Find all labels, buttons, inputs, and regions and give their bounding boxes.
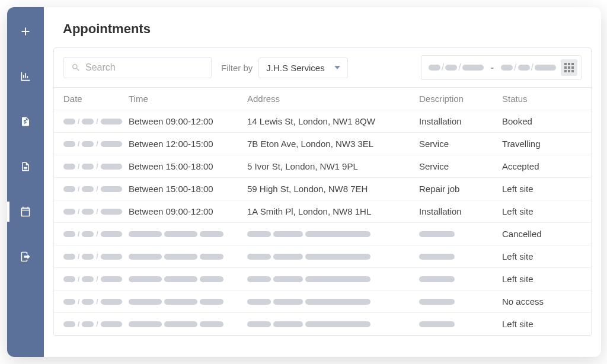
table-row[interactable]: //Between 15:00-18:005 Ivor St, London, …	[54, 155, 591, 178]
cell-time: Between 09:00-12:00	[129, 206, 247, 216]
table-row[interactable]: //Between 15:00-18:0059 High St, London,…	[54, 178, 591, 200]
sidebar-item-analytics[interactable]	[7, 63, 44, 90]
cell-status: No access	[502, 296, 573, 306]
redacted-cell	[419, 321, 502, 327]
redacted-cell	[419, 299, 502, 305]
date-placeholder: //	[63, 162, 129, 171]
search-input[interactable]	[85, 62, 204, 73]
col-date: Date	[63, 94, 129, 104]
sidebar-item-logout[interactable]	[7, 243, 44, 270]
table-row[interactable]: //Between 12:00-15:007B Eton Ave, London…	[54, 133, 591, 155]
sidebar-item-add[interactable]	[7, 18, 44, 45]
date-placeholder: //	[63, 298, 129, 306]
redacted-cell	[419, 276, 502, 282]
redacted-cell	[129, 299, 247, 305]
cell-description: Repair job	[419, 184, 502, 194]
table-row[interactable]: // Left site	[54, 268, 591, 290]
cell-address: 14 Lewis St, London, NW1 8QW	[247, 116, 419, 126]
date-to-placeholder: //	[501, 62, 556, 73]
document-icon	[20, 161, 31, 173]
date-placeholder: //	[63, 230, 129, 238]
cell-time: Between 12:00-15:00	[129, 139, 247, 149]
redacted-cell	[247, 321, 419, 327]
cell-description: Installation	[419, 116, 502, 126]
sidebar-item-document[interactable]	[7, 153, 44, 180]
cell-address: 5 Ivor St, London, NW1 9PL	[247, 161, 419, 171]
table-row[interactable]: //Between 09:00-12:0014 Lewis St, London…	[54, 110, 591, 133]
col-status: Status	[502, 94, 573, 104]
cell-status: Accepted	[502, 161, 573, 171]
sidebar-item-calendar[interactable]	[7, 198, 44, 225]
table-row[interactable]: // No access	[54, 290, 591, 313]
date-placeholder: //	[63, 140, 129, 148]
date-range-separator: -	[491, 62, 494, 73]
redacted-cell	[247, 231, 419, 237]
filter-value: J.H.S Services	[266, 63, 324, 73]
date-placeholder: //	[63, 185, 129, 193]
calendar-grid-button[interactable]	[561, 59, 577, 76]
col-time: Time	[129, 94, 247, 104]
sidebar-item-invoice[interactable]	[7, 108, 44, 135]
app-window: Appointments Filter by J.H.S Services //…	[7, 7, 601, 357]
cell-time: Between 15:00-18:00	[129, 161, 247, 171]
table-row[interactable]: // Left site	[54, 313, 591, 336]
cell-description: Installation	[419, 206, 502, 216]
cell-status: Cancelled	[502, 229, 573, 239]
logout-icon	[20, 251, 31, 263]
table-row[interactable]: // Left site	[54, 245, 591, 268]
date-placeholder: //	[63, 207, 129, 216]
page-title: Appointments	[44, 7, 601, 47]
redacted-cell	[129, 231, 247, 237]
date-placeholder: //	[63, 275, 129, 283]
sidebar	[7, 7, 44, 357]
cell-address: 59 High St, London, NW8 7EH	[247, 184, 419, 194]
redacted-cell	[129, 321, 247, 327]
filter-select[interactable]: J.H.S Services	[258, 58, 347, 78]
date-from-placeholder: //	[429, 62, 484, 73]
date-range-picker[interactable]: // - //	[421, 55, 582, 80]
appointments-table: Date Time Address Description Status //B…	[54, 88, 591, 336]
redacted-cell	[247, 254, 419, 260]
redacted-cell	[129, 254, 247, 260]
redacted-cell	[129, 276, 247, 282]
redacted-cell	[247, 299, 419, 305]
date-placeholder: //	[63, 117, 129, 126]
table-row[interactable]: //Between 09:00-12:001A Smith Pl, London…	[54, 200, 591, 223]
cell-description: Service	[419, 139, 502, 149]
date-placeholder: //	[63, 253, 129, 261]
filter-label: Filter by	[221, 63, 253, 73]
chart-icon	[20, 71, 31, 82]
toolbar: Filter by J.H.S Services // - //	[54, 48, 591, 88]
cell-status: Left site	[502, 184, 573, 194]
plus-icon	[19, 25, 32, 38]
cell-address: 7B Eton Ave, London, NW3 3EL	[247, 139, 419, 149]
search-icon	[71, 63, 81, 72]
calendar-icon	[20, 206, 31, 218]
filter-wrap: Filter by J.H.S Services	[221, 58, 348, 78]
invoice-icon	[20, 116, 31, 127]
cell-status: Booked	[502, 116, 573, 126]
redacted-cell	[247, 276, 419, 282]
appointments-panel: Filter by J.H.S Services // - //	[53, 47, 592, 336]
cell-description: Service	[419, 161, 502, 171]
cell-status: Left site	[502, 274, 573, 284]
cell-time: Between 15:00-18:00	[129, 184, 247, 194]
redacted-cell	[419, 231, 502, 237]
grid-icon	[564, 63, 574, 72]
col-address: Address	[247, 94, 419, 104]
cell-status: Travelling	[502, 139, 573, 149]
date-placeholder: //	[63, 320, 129, 328]
redacted-cell	[419, 254, 502, 260]
cell-address: 1A Smith Pl, London, NW8 1HL	[247, 206, 419, 216]
cell-status: Left site	[502, 251, 573, 261]
table-header-row: Date Time Address Description Status	[54, 88, 591, 110]
table-row[interactable]: // Cancelled	[54, 223, 591, 245]
search-field-wrap[interactable]	[63, 57, 212, 78]
content-area: Appointments Filter by J.H.S Services //…	[44, 7, 601, 357]
cell-status: Left site	[502, 319, 573, 329]
cell-status: Left site	[502, 206, 573, 216]
cell-time: Between 09:00-12:00	[129, 116, 247, 126]
col-description: Description	[419, 94, 502, 104]
